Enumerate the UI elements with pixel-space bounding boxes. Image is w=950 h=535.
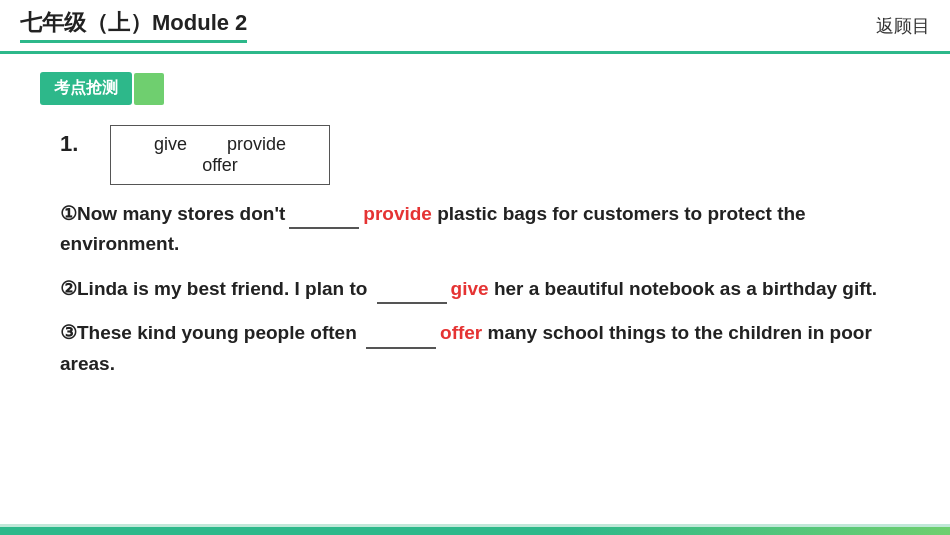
answer-1: provide [363,203,432,224]
header: 七年级（上）Module 2 返顾目 [0,0,950,54]
back-button[interactable]: 返顾目 [876,14,930,38]
word-choice-box: give provide offer [110,125,330,185]
sentence-2-text: ②Linda is my best friend. I plan to give… [60,274,890,304]
word-box-row2: offer [141,155,299,176]
sentence-1: ①Now many stores don'tprovide plastic ba… [60,199,890,260]
question-1-row: 1. give provide offer [60,125,890,185]
blank-2 [377,302,447,304]
sentence-3-prefix: ③These kind young people often [60,322,362,343]
answer-2: give [451,278,489,299]
sentence-2-prefix: ②Linda is my best friend. I plan to [60,278,373,299]
page-title: 七年级（上）Module 2 [20,8,247,43]
sentence-2-suffix: her a beautiful notebook as a birthday g… [489,278,878,299]
word-box-row1: give provide [141,134,299,155]
section-badge: 考点抢测 [40,72,132,105]
word-provide: provide [227,134,286,155]
footer-line [0,527,950,535]
sentence-1-prefix: ①Now many stores don't [60,203,285,224]
badge-row: 考点抢测 [0,54,950,115]
sentence-2: ②Linda is my best friend. I plan to give… [60,274,890,304]
blank-1 [289,227,359,229]
word-give: give [154,134,187,155]
word-offer: offer [202,155,238,175]
main-content: 1. give provide offer ①Now many stores d… [0,115,950,403]
sentence-3-text: ③These kind young people often offer man… [60,318,890,379]
blank-3 [366,347,436,349]
answer-3: offer [440,322,482,343]
sentence-1-text: ①Now many stores don'tprovide plastic ba… [60,199,890,260]
sentence-3: ③These kind young people often offer man… [60,318,890,379]
question-number: 1. [60,125,90,157]
badge-accent-block [134,73,164,105]
